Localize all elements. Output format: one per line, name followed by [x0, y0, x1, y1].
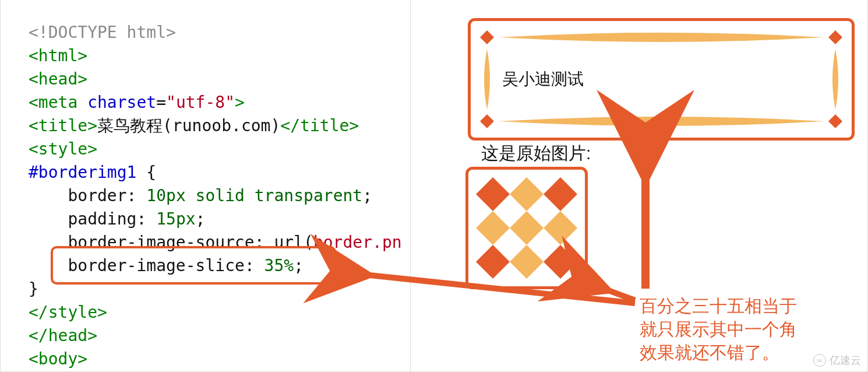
watermark: ∞ 亿速云: [813, 353, 861, 367]
original-image-label: 这是原始图片:: [481, 142, 591, 166]
code-head-open: <head>: [29, 69, 87, 89]
svg-marker-12: [510, 211, 544, 245]
svg-marker-5: [544, 177, 577, 211]
demo-text: 吴小迪测试: [491, 68, 584, 90]
original-image: [465, 167, 588, 289]
watermark-icon: ∞: [813, 354, 826, 367]
highlight-slice-line: [51, 246, 336, 285]
svg-marker-11: [510, 245, 544, 279]
svg-marker-9: [476, 211, 510, 245]
svg-marker-10: [544, 211, 577, 245]
original-image-svg: [476, 177, 577, 279]
code-pane: <!DOCTYPE html> <html> <head> <meta char…: [0, 0, 411, 372]
border-image-demo: 吴小迪测试: [468, 18, 855, 141]
svg-marker-7: [544, 245, 577, 279]
code-block: <!DOCTYPE html> <html> <head> <meta char…: [29, 21, 400, 371]
svg-marker-4: [476, 177, 510, 211]
annotation-text: 百分之三十五相当于 就只展示其中一个角 效果就还不错了。: [640, 294, 797, 364]
code-html-open: <html>: [29, 46, 87, 65]
watermark-text: 亿速云: [830, 353, 861, 367]
svg-marker-8: [510, 177, 544, 211]
svg-marker-6: [476, 245, 510, 279]
code-doctype: <!DOCTYPE html>: [29, 23, 176, 42]
